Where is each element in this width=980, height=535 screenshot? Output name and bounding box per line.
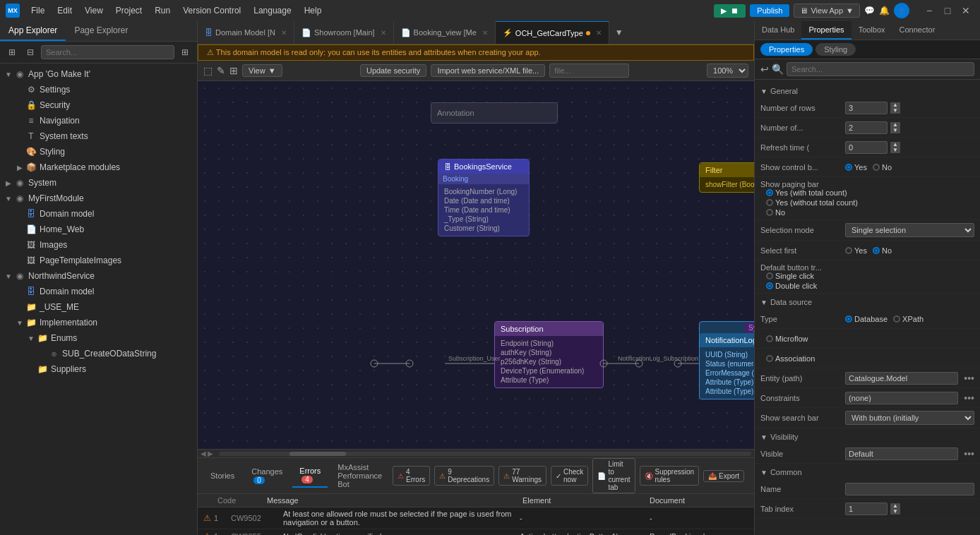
bottom-tab-errors[interactable]: Errors 4 bbox=[292, 464, 328, 488]
tree-item-suppliers[interactable]: 📁 Suppliers bbox=[0, 361, 197, 377]
horizontal-scrollbar[interactable]: ◀ ▶ bbox=[198, 449, 754, 457]
tab-close[interactable]: ✕ bbox=[281, 29, 287, 37]
radio-single-click[interactable]: Single click bbox=[766, 272, 817, 280]
section-datasource[interactable]: ▼ Data source bbox=[755, 294, 980, 309]
run-button[interactable]: ▶ ⏹ bbox=[714, 4, 746, 18]
deprecations-filter-btn[interactable]: ⚠ 9 Deprecations bbox=[434, 466, 494, 486]
update-security-button[interactable]: Update security bbox=[360, 64, 426, 77]
bottom-tab-stories[interactable]: Stories bbox=[203, 469, 241, 483]
menu-help[interactable]: Help bbox=[299, 4, 328, 17]
search-bar-select[interactable]: With button (initially Always Never bbox=[845, 411, 974, 425]
right-tab-connector[interactable]: Connector bbox=[892, 21, 943, 40]
edit-tool[interactable]: ✎ bbox=[217, 65, 225, 76]
check-now-btn[interactable]: ✓ Check now bbox=[551, 466, 588, 486]
sidebar-tab-page-explorer[interactable]: Page Explorer bbox=[66, 21, 136, 41]
tree-item-pagetemplate[interactable]: 🖼 PageTemplateImages bbox=[0, 253, 197, 268]
radio-yes-no-total[interactable]: Yes (without total count) bbox=[766, 198, 858, 207]
menu-view[interactable]: View bbox=[79, 4, 109, 17]
section-common[interactable]: ▼ Common bbox=[755, 464, 980, 479]
section-general[interactable]: ▼ General bbox=[755, 83, 980, 98]
tab-booking-view[interactable]: 📄 Booking_view [Me ✕ bbox=[394, 21, 496, 44]
spin-down[interactable]: ▼ bbox=[890, 108, 900, 114]
error-row-1[interactable]: ⚠ 1 CW0055 No 'On click' action specifie… bbox=[198, 529, 754, 535]
entity-input[interactable] bbox=[845, 372, 958, 385]
bottom-tab-mxassist[interactable]: MxAssist Performance Bot bbox=[330, 460, 390, 491]
tab-close-3[interactable]: ✕ bbox=[482, 29, 488, 37]
history-icon[interactable]: ↩ bbox=[760, 64, 769, 75]
radio-select-first-yes[interactable]: Yes bbox=[845, 246, 867, 255]
tree-item-domain-model-2[interactable]: 🗄 Domain model bbox=[0, 284, 197, 299]
maximize-button[interactable]: □ bbox=[939, 2, 956, 19]
tree-item-navigation[interactable]: ≡ Navigation bbox=[0, 113, 197, 128]
tab-close-2[interactable]: ✕ bbox=[381, 29, 386, 37]
scrollbar-track[interactable] bbox=[219, 452, 751, 456]
tree-item-enums[interactable]: ▼ 📁 Enums bbox=[0, 330, 197, 346]
filter-node[interactable]: Filter showFilter (Boolean) bbox=[699, 162, 754, 193]
tree-item-myfirstmodule[interactable]: ▼ ◉ MyFirstModule bbox=[0, 191, 197, 206]
zoom-selector[interactable]: 100% 50% 75% 125% 150% bbox=[707, 64, 748, 78]
constraints-input[interactable] bbox=[845, 392, 958, 404]
expand-icon[interactable]: ⊟ bbox=[23, 44, 38, 60]
tree-item-use-me[interactable]: 📁 _USE_ME bbox=[0, 299, 197, 315]
subscription-node[interactable]: Subscription Endpoint (String) authKey (… bbox=[494, 321, 604, 388]
annotation-node[interactable]: Annotation bbox=[431, 102, 558, 124]
scrollbar-thumb[interactable] bbox=[289, 452, 346, 456]
viewapp-button[interactable]: 🖥 View App ▼ bbox=[794, 4, 860, 18]
right-tab-properties[interactable]: Properties bbox=[801, 21, 851, 40]
radio-database[interactable]: Database bbox=[845, 315, 888, 323]
right-tab-toolbox[interactable]: Toolbox bbox=[851, 21, 892, 40]
num-cols-input[interactable] bbox=[845, 121, 888, 134]
right-tab-datahub[interactable]: Data Hub bbox=[755, 21, 801, 40]
radio-microflow[interactable]: Microflow bbox=[766, 335, 808, 343]
visible-input[interactable] bbox=[845, 447, 958, 460]
tree-item-settings[interactable]: ⚙ Settings bbox=[0, 82, 197, 97]
tree-item-styling[interactable]: 🎨 Styling bbox=[0, 144, 197, 160]
suppression-rules-btn[interactable]: 🔇 Suppression rules bbox=[640, 466, 700, 486]
tree-item-security[interactable]: 🔒 Security bbox=[0, 97, 197, 113]
bottom-tab-changes[interactable]: Changes 0 bbox=[244, 464, 289, 487]
menu-edit[interactable]: Edit bbox=[52, 4, 78, 17]
radio-select-first-no[interactable]: No bbox=[873, 246, 892, 255]
minimize-button[interactable]: − bbox=[921, 2, 938, 19]
limit-current-tab-btn[interactable]: 📄 Limit to current tab bbox=[592, 458, 635, 493]
select-tool[interactable]: ⬚ bbox=[203, 65, 213, 76]
tabindex-spin-down[interactable]: ▼ bbox=[890, 509, 900, 515]
tab-dropdown-arrow[interactable]: ▼ bbox=[609, 28, 629, 37]
notification-icon[interactable]: 🔔 bbox=[879, 6, 890, 16]
tab-showroom[interactable]: 📄 Showroom [Main] ✕ bbox=[294, 21, 394, 44]
tree-item-system[interactable]: ▶ ◉ System bbox=[0, 175, 197, 191]
more-tools[interactable]: ⊞ bbox=[229, 65, 238, 76]
menu-version-control[interactable]: Version Control bbox=[177, 4, 246, 17]
spin-down-3[interactable]: ▼ bbox=[890, 148, 900, 153]
scroll-right[interactable]: ▶ bbox=[208, 450, 213, 457]
visible-dots[interactable]: ••• bbox=[964, 448, 974, 459]
tree-item-domain-model[interactable]: 🗄 Domain model bbox=[0, 206, 197, 222]
tree-item-northwind[interactable]: ▼ ◉ NorthwindService bbox=[0, 268, 197, 284]
notificationlog-node[interactable]: System.Image NotificationLog UUID (Strin… bbox=[699, 321, 754, 399]
publish-button[interactable]: Publish bbox=[750, 4, 789, 17]
tree-item-app-root[interactable]: ▼ ◉ App 'Go Make It' bbox=[0, 66, 197, 82]
refresh-time-input[interactable] bbox=[845, 141, 888, 154]
props-search[interactable] bbox=[787, 62, 974, 76]
prop-sub-tab-properties[interactable]: Properties bbox=[760, 43, 813, 56]
radio-yes[interactable]: Yes bbox=[845, 163, 867, 172]
search-icon[interactable]: 🔍 bbox=[772, 64, 784, 75]
file-search[interactable] bbox=[549, 64, 628, 78]
tab-och-getcardtype[interactable]: ⚡ OCH_GetCardType ✕ bbox=[496, 21, 609, 44]
warnings-filter-btn[interactable]: ⚠ 77 Warnings bbox=[498, 466, 546, 486]
tree-item-sub-create[interactable]: ◎ SUB_CreateODataString bbox=[0, 346, 197, 361]
tree-item-implementation[interactable]: ▼ 📁 Implementation bbox=[0, 315, 197, 330]
selection-mode-select[interactable]: Single selection Multiple selection No s… bbox=[845, 223, 974, 237]
tab-index-input[interactable] bbox=[845, 503, 888, 515]
radio-xpath[interactable]: XPath bbox=[893, 315, 924, 323]
name-input[interactable] bbox=[845, 483, 974, 495]
radio-association[interactable]: Association bbox=[766, 354, 815, 363]
menu-project[interactable]: Project bbox=[110, 4, 148, 17]
avatar[interactable]: 👤 bbox=[894, 3, 909, 18]
collapse-icon[interactable]: ⊞ bbox=[4, 44, 20, 60]
menu-language[interactable]: Language bbox=[248, 4, 297, 17]
menu-file[interactable]: File bbox=[25, 4, 50, 17]
radio-paging-no[interactable]: No bbox=[766, 208, 858, 217]
bookings-service-node[interactable]: 🗄 BookingsService Booking BookingNumber … bbox=[438, 159, 530, 236]
menu-run[interactable]: Run bbox=[149, 4, 176, 17]
